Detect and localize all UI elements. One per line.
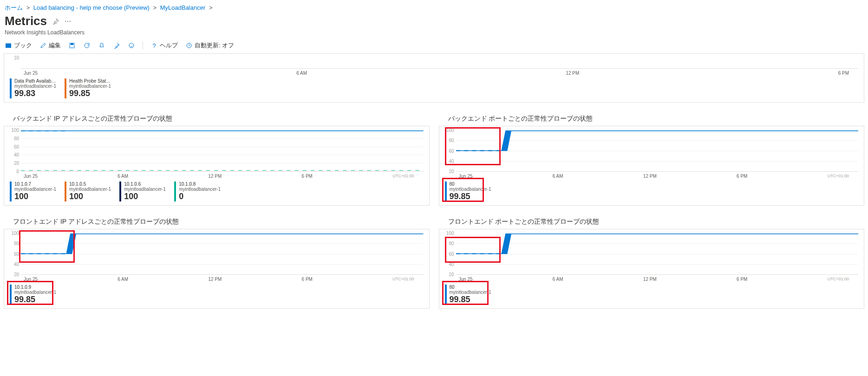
bell-icon[interactable] bbox=[98, 42, 105, 49]
question-icon: ? bbox=[150, 42, 158, 49]
chart-plot[interactable]: 100 80 60 40 20 bbox=[456, 233, 859, 275]
svg-point-5 bbox=[132, 45, 133, 45]
breadcrumb-sep: > bbox=[209, 4, 213, 11]
chart-frontend-ip: 100 80 60 40 20 Jun 25 6 AM 12 PM 6 PM U… bbox=[4, 229, 430, 309]
pin-icon[interactable] bbox=[52, 18, 59, 25]
x-axis: Jun 25 6 AM 12 PM 6 PM UTC+01:00 bbox=[10, 275, 424, 283]
legend-sub: myintloadbalancer-1 bbox=[124, 187, 166, 192]
book-label: ブック bbox=[14, 41, 32, 50]
page-title: Metrics bbox=[5, 14, 47, 28]
x-tick: 12 PM bbox=[643, 174, 657, 179]
legend-sub: myintloadbalancer-1 bbox=[69, 84, 111, 89]
x-tick: 12 PM bbox=[643, 277, 657, 282]
legend-value: 99.85 bbox=[69, 89, 111, 98]
x-tick: 6 AM bbox=[553, 277, 563, 282]
edit-button[interactable]: 編集 bbox=[39, 41, 61, 50]
x-tick: 6 PM bbox=[838, 71, 849, 76]
x-tick: 6 PM bbox=[302, 174, 313, 179]
save-icon[interactable] bbox=[68, 42, 76, 49]
y-tick: 60 bbox=[10, 251, 19, 256]
highlight-box bbox=[442, 178, 484, 202]
y-tick: 80 bbox=[10, 136, 19, 141]
chart-line bbox=[21, 130, 424, 171]
smiley-icon[interactable] bbox=[128, 42, 135, 49]
x-tick: 6 AM bbox=[553, 174, 563, 179]
legend-title: Data Path Availabili... bbox=[14, 78, 56, 84]
svg-point-4 bbox=[131, 45, 131, 45]
y-tick: 60 bbox=[10, 144, 19, 149]
pin-toolbar-icon[interactable] bbox=[113, 42, 120, 49]
more-icon[interactable]: ⋯ bbox=[65, 18, 71, 25]
toolbar: ブック 編集 ? ヘルプ 自動更新: オフ bbox=[0, 39, 868, 53]
breadcrumb-lb-name[interactable]: MyLoadBalancer bbox=[160, 4, 206, 11]
timezone: UTC+01:00 bbox=[392, 174, 414, 179]
highlight-box bbox=[442, 281, 489, 305]
highlight-box bbox=[445, 237, 501, 263]
legend-item[interactable]: 10.1.0.7myintloadbalancer-1100 bbox=[10, 182, 56, 201]
x-tick: 6 AM bbox=[117, 277, 128, 282]
legend-title: 10.1.0.6 bbox=[124, 182, 166, 187]
chart-title: フロントエンド IP アドレスごとの正常性プローブの状態 bbox=[13, 218, 430, 226]
timezone: UTC+01:00 bbox=[828, 277, 849, 282]
breadcrumb-home[interactable]: ホーム bbox=[5, 4, 23, 11]
x-tick: 12 PM bbox=[208, 174, 222, 179]
toolbar-separator bbox=[143, 41, 143, 50]
x-tick: 6 AM bbox=[296, 71, 307, 76]
y-tick: 20 bbox=[10, 272, 19, 277]
highlight-box bbox=[445, 127, 501, 165]
legend-sub: myintloadbalancer-1 bbox=[179, 187, 221, 192]
y-tick: 20 bbox=[445, 272, 454, 277]
auto-refresh-label: 自動更新: オフ bbox=[195, 41, 234, 50]
y-tick: 100 bbox=[10, 231, 19, 236]
timezone: UTC+01:00 bbox=[392, 277, 414, 282]
timezone: UTC+01:00 bbox=[828, 174, 849, 179]
chart-plot[interactable]: 100 80 60 40 20 bbox=[456, 130, 859, 172]
x-axis: Jun 25 6 AM 12 PM 6 PM UTC+01:00 bbox=[10, 172, 424, 180]
legend-item[interactable]: Data Path Availabili... myintloadbalance… bbox=[10, 78, 56, 98]
x-tick: 12 PM bbox=[208, 277, 222, 282]
legend-sub: myintloadbalancer-1 bbox=[14, 187, 56, 192]
y-tick: 80 bbox=[10, 241, 19, 246]
x-tick: 6 PM bbox=[737, 174, 747, 179]
x-axis: Jun 25 6 AM 12 PM 6 PM UTC+01:00 bbox=[445, 275, 859, 283]
svg-rect-2 bbox=[71, 43, 73, 45]
x-tick: Jun 25 bbox=[24, 174, 38, 179]
help-button[interactable]: ? ヘルプ bbox=[150, 41, 178, 50]
breadcrumb-lb-help[interactable]: Load balancing - help me choose (Preview… bbox=[33, 4, 150, 11]
refresh-icon[interactable] bbox=[83, 42, 91, 49]
chart-backend-port: 100 80 60 40 20 Jun 25 6 AM 12 PM 6 PM U… bbox=[439, 126, 865, 206]
legend-value: 100 bbox=[14, 192, 56, 201]
x-axis: Jun 25 6 AM 12 PM 6 PM bbox=[10, 69, 858, 77]
svg-point-3 bbox=[129, 43, 134, 48]
x-tick: 6 AM bbox=[117, 174, 128, 179]
legend-value: 0 bbox=[179, 192, 221, 201]
auto-refresh-button[interactable]: 自動更新: オフ bbox=[185, 41, 234, 50]
book-button[interactable]: ブック bbox=[5, 41, 32, 50]
clock-icon bbox=[185, 42, 193, 49]
legend-item[interactable]: 10.1.0.5myintloadbalancer-1100 bbox=[65, 182, 111, 201]
breadcrumb-sep: > bbox=[153, 4, 157, 11]
help-label: ヘルプ bbox=[160, 41, 178, 50]
legend-item[interactable]: 10.1.0.8myintloadbalancer-10 bbox=[174, 182, 221, 201]
y-tick: 10 bbox=[10, 55, 19, 60]
legend-value: 100 bbox=[124, 192, 166, 201]
legend-item[interactable]: 10.1.0.6myintloadbalancer-1100 bbox=[119, 182, 166, 201]
highlight-box bbox=[7, 281, 53, 305]
y-tick: 100 bbox=[10, 128, 19, 133]
chart-title: バックエンド ポートごとの正常性プローブの状態 bbox=[448, 115, 865, 123]
legend-value: 99.83 bbox=[14, 89, 56, 98]
chart-plot[interactable]: 100 80 60 40 20 bbox=[21, 233, 424, 275]
chart-frontend-port: 100 80 60 40 20 Jun 25 6 AM 12 PM 6 PM U… bbox=[439, 229, 865, 309]
chart-line bbox=[456, 130, 859, 171]
highlight-box bbox=[19, 230, 75, 263]
book-icon bbox=[5, 42, 12, 49]
legend-row: Data Path Availabili... myintloadbalance… bbox=[10, 77, 858, 98]
x-tick: 12 PM bbox=[566, 71, 579, 76]
legend-value: 100 bbox=[69, 192, 111, 201]
page-subtitle: Network Insights LoadBalancers bbox=[0, 29, 868, 39]
legend-sub: myintloadbalancer-1 bbox=[69, 187, 111, 192]
legend-item[interactable]: Health Probe Status ... myintloadbalance… bbox=[65, 78, 111, 98]
legend-sub: myintloadbalancer-1 bbox=[14, 84, 56, 89]
chart-plot[interactable]: 100 80 60 40 20 0 bbox=[21, 130, 424, 172]
legend-title: 10.1.0.8 bbox=[179, 182, 221, 187]
